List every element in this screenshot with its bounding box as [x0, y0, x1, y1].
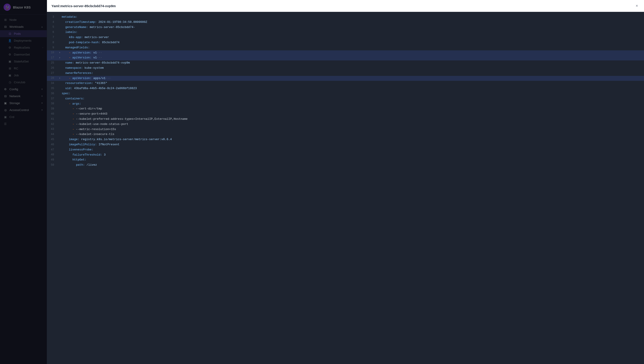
yaml-line-43: 43 - --metric-resolution=15s: [47, 127, 644, 132]
yaml-line-39: 39 - --cert-dir=/tmp: [47, 106, 644, 111]
yaml-line-5: 5 generateName: metrics-server-85cbcbdd7…: [47, 25, 644, 30]
yaml-line-37: 37 containers:: [47, 96, 644, 101]
yaml-line-50: 50 path: /livez: [47, 162, 644, 168]
yaml-line-6: 6 labels:: [47, 30, 644, 35]
yaml-line-10: 10 › - apiVersion: v1···: [47, 50, 644, 56]
yaml-modal: Yaml:metrics-server-85cbcbdd74-xvp9m × 3…: [47, 0, 644, 364]
yaml-line-26: 26 namespace: kube-system: [47, 66, 644, 71]
modal-body: 3 metadata: 4 creationTimestamp: 2024-01…: [47, 12, 644, 364]
yaml-line-47: 47 livenessProbe:: [47, 147, 644, 152]
yaml-line-44: 44 - --kubelet-insecure-tls: [47, 132, 644, 137]
yaml-line-46: 46 imagePullPolicy: IfNotPresent: [47, 142, 644, 147]
yaml-line-9: 9 managedFields:: [47, 45, 644, 50]
modal-title: Yaml:metrics-server-85cbcbdd74-xvp9m: [52, 4, 116, 8]
yaml-viewer: 3 metadata: 4 creationTimestamp: 2024-01…: [47, 12, 644, 170]
yaml-line-3: 3 metadata:: [47, 15, 644, 20]
yaml-line-38: 38 - args:: [47, 101, 644, 107]
yaml-line-35: 35 uid: 43bafd8a-44b5-4b5e-8c24-2a066bf1…: [47, 86, 644, 91]
yaml-line-34: 34 resourceVersion: "41365": [47, 81, 644, 86]
modal-overlay: Yaml:metrics-server-85cbcbdd74-xvp9m × 3…: [0, 0, 644, 364]
yaml-line-48: 48 failureThreshold: 3: [47, 152, 644, 158]
yaml-line-8: 8 pod-template-hash: 85cbcbdd74: [47, 40, 644, 45]
yaml-line-4: 4 creationTimestamp: 2024-01-19T08:34:50…: [47, 20, 644, 25]
yaml-line-40: 40 - --secure-port=4443: [47, 111, 644, 117]
yaml-line-36: 36 spec:: [47, 91, 644, 96]
yaml-line-49: 49 httpGet:: [47, 157, 644, 162]
yaml-line-25: 25 name: metrics-server-85cbcbdd74-xvp9m: [47, 60, 644, 66]
yaml-line-27: 27 ownerReferences:: [47, 71, 644, 76]
yaml-line-7: 7 k8s-app: metrics-server: [47, 35, 644, 40]
modal-close-button[interactable]: ×: [634, 3, 640, 9]
yaml-line-28: 28 › - apiVersion: apps/v1···: [47, 76, 644, 81]
yaml-line-42: 42 - --kubelet-use-node-status-port: [47, 122, 644, 127]
yaml-line-45: 45 image: registry.k8s.io/metrics-server…: [47, 137, 644, 142]
modal-header: Yaml:metrics-server-85cbcbdd74-xvp9m ×: [47, 0, 644, 12]
yaml-line-41: 41 - --kubelet-preferred-address-types=I…: [47, 117, 644, 122]
yaml-line-17: 17 › - apiVersion: v1···: [47, 55, 644, 60]
